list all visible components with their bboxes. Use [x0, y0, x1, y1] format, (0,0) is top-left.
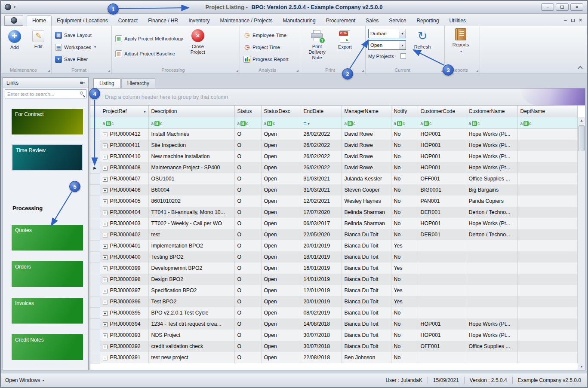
dialog-launcher-icon[interactable]: ◢: [236, 69, 238, 72]
pin-icon[interactable]: [80, 80, 85, 85]
maximize-button[interactable]: [556, 3, 569, 11]
ribbon-tab-equipment-locations[interactable]: Equipment / Locations: [52, 16, 113, 26]
ribbon-tab-service[interactable]: Service: [384, 16, 411, 26]
project-row-prj0000399[interactable]: +PRJ0000399Developmemnt BPO2OOpen16/01/2…: [90, 263, 578, 274]
dialog-launcher-icon[interactable]: ◢: [476, 69, 478, 72]
scrollbar-thumb[interactable]: [579, 125, 585, 151]
reports-button[interactable]: Reports ▾: [446, 27, 476, 54]
progress-report-button[interactable]: Progress Report: [242, 54, 298, 64]
project-time-button[interactable]: ◷ Project Time: [242, 42, 298, 52]
project-row-prj0000397[interactable]: +PRJ0000397Specification BPO2OOpen12/01/…: [90, 285, 578, 296]
export-button[interactable]: XLSH► Export: [334, 27, 356, 61]
save-layout-button[interactable]: ▦ Save Layout: [53, 30, 110, 40]
filter-cell-enddate[interactable]: =▾: [301, 117, 342, 128]
refresh-button[interactable]: ↻ Refresh: [410, 29, 434, 59]
minimize-button[interactable]: –: [541, 3, 554, 11]
edit-button[interactable]: ✎ Edit: [27, 27, 51, 50]
project-row-prj0000404[interactable]: +PRJ0000404TT041 - Bi-annually, Mono 10.…: [90, 207, 578, 218]
save-filter-button[interactable]: ▼ Save Filter: [53, 54, 110, 64]
vertical-scrollbar[interactable]: ▲ ▼: [578, 117, 585, 370]
column-header-notify[interactable]: Notify: [391, 106, 418, 117]
project-row-prj0000406[interactable]: +PRJ0000406B60004OOpen31/03/2021Steven C…: [90, 184, 578, 196]
site-combobox[interactable]: Durban ▾: [368, 29, 406, 38]
sidebar-item-invoices[interactable]: Invoices: [12, 298, 83, 324]
column-header-enddate[interactable]: EndDate: [301, 106, 342, 117]
row-expander-icon[interactable]: +: [103, 233, 108, 238]
column-header-customercode[interactable]: CustomerCode: [418, 106, 466, 117]
row-expander-icon[interactable]: +: [103, 244, 108, 249]
workspaces-button[interactable]: ▤ Workspaces ▾: [53, 42, 110, 52]
project-row-prj0000412[interactable]: +PRJ0000412Install MachinesOOpen26/02/20…: [90, 128, 578, 140]
filter-cell-statusdesc[interactable]: aBc: [261, 117, 301, 128]
row-expander-icon[interactable]: +: [103, 211, 108, 215]
row-expander-icon[interactable]: +: [103, 132, 108, 137]
row-expander-icon[interactable]: +: [103, 177, 108, 182]
row-expander-icon[interactable]: +: [103, 166, 108, 171]
group-by-panel[interactable]: Drag a column header here to group by th…: [90, 89, 585, 106]
ribbon-tab-inventory[interactable]: Inventory: [183, 16, 215, 26]
quick-access-dropdown-icon[interactable]: ▾: [14, 5, 15, 9]
status-combobox-dropdown-icon[interactable]: ▾: [399, 41, 406, 49]
my-projects-checkbox[interactable]: [400, 53, 406, 59]
project-row-prj0000392[interactable]: +PRJ0000392credit validation checkOOpen3…: [90, 341, 578, 352]
sidebar-item-credit-notes[interactable]: Credit Notes: [12, 334, 83, 360]
ribbon-tab-maintenance-projects[interactable]: Maintenance / Projects: [215, 16, 278, 26]
file-menu-button[interactable]: [4, 15, 23, 26]
project-row-prj0000398[interactable]: +PRJ0000398Design BPO2OOpen14/01/2019Bia…: [90, 274, 578, 285]
row-expander-icon[interactable]: +: [103, 311, 108, 316]
row-expander-icon[interactable]: +: [103, 255, 108, 260]
dialog-launcher-icon[interactable]: ◢: [108, 69, 110, 72]
row-expander-icon[interactable]: +: [103, 300, 108, 305]
status-combobox[interactable]: Open ▾: [368, 40, 406, 50]
mdi-minimize-button[interactable]: –: [564, 17, 567, 23]
ribbon-tab-home[interactable]: Home: [27, 15, 52, 26]
filter-cell-managername[interactable]: aBc: [342, 117, 391, 128]
project-row-prj0000394[interactable]: +PRJ00003941234 - Test ctrt request crea…: [90, 318, 578, 330]
row-expander-icon[interactable]: +: [103, 222, 108, 226]
sidebar-item-for-contract[interactable]: For Contract: [12, 109, 83, 134]
filter-cell-projectref[interactable]: aBc: [100, 117, 148, 128]
project-row-prj0000410[interactable]: +PRJ0000410New machine installationOOpen…: [90, 151, 578, 162]
sidebar-item-quotes[interactable]: Quotes: [12, 225, 83, 251]
sidebar-item-orders[interactable]: Orders: [12, 261, 83, 287]
row-expander-icon[interactable]: +: [103, 188, 108, 193]
project-row-prj0000395[interactable]: +PRJ0000395BPO v2.2.0.1 Test CycleOOpen0…: [90, 307, 578, 318]
ribbon-tab-utilities[interactable]: Utilities: [444, 16, 471, 26]
search-input[interactable]: [5, 89, 86, 98]
row-expander-icon[interactable]: +: [103, 266, 108, 271]
dialog-launcher-icon[interactable]: ◢: [296, 69, 299, 72]
filter-cell-customercode[interactable]: aBc: [418, 117, 466, 128]
column-header-deptname[interactable]: DeptName: [517, 106, 578, 117]
column-header-statusdesc[interactable]: StatusDesc: [261, 106, 301, 117]
row-expander-icon[interactable]: +: [103, 199, 108, 204]
add-button[interactable]: + Add: [3, 27, 27, 50]
apply-project-methodology-button[interactable]: ▦ Apply Project Methodology: [114, 34, 186, 43]
filter-cell-deptname[interactable]: aBc: [517, 117, 578, 128]
ribbon-tab-procurement[interactable]: Procurement: [321, 16, 361, 26]
filter-cell-customername[interactable]: aBc: [466, 117, 517, 128]
row-expander-icon[interactable]: +: [103, 345, 108, 349]
ribbon-tab-finance-hr[interactable]: Finance / HR: [143, 16, 183, 26]
print-delivery-note-button[interactable]: ? Print Delivery Note: [304, 27, 330, 61]
adjust-project-baseline-button[interactable]: ▥ Adjust Project Baseline: [114, 49, 186, 58]
dialog-launcher-icon[interactable]: ◢: [48, 69, 50, 72]
app-icon[interactable]: [5, 4, 11, 10]
project-row-prj0000393[interactable]: +PRJ0000393NDS ProjectOOpen30/07/2018Bia…: [90, 330, 578, 341]
row-expander-icon[interactable]: +: [103, 356, 108, 361]
column-header-managername[interactable]: ManagerName: [342, 106, 391, 117]
column-header-projectref[interactable]: ProjectRef▼: [100, 106, 148, 117]
column-header-customername[interactable]: CustomerName: [466, 106, 517, 117]
tab-listing[interactable]: Listing: [93, 78, 120, 89]
tab-hierarchy[interactable]: Hierarchy: [121, 78, 155, 88]
ribbon-tab-manufacturing[interactable]: Manufacturing: [278, 16, 321, 26]
close-project-button[interactable]: × Close Project: [187, 27, 209, 58]
project-row-prj0000408[interactable]: ▶+PRJ0000408Maintenance Project - SP400O…: [90, 162, 578, 173]
project-row-prj0000407[interactable]: +PRJ0000407OSU1001OOpen31/03/2021Julanda…: [90, 173, 578, 184]
dialog-launcher-icon[interactable]: ◢: [362, 69, 364, 72]
filter-cell-description[interactable]: aBc: [148, 117, 234, 128]
row-expander-icon[interactable]: +: [103, 155, 108, 159]
site-combobox-dropdown-icon[interactable]: ▾: [399, 29, 406, 38]
project-row-prj0000391[interactable]: +PRJ0000391test new projectOOpen22/08/20…: [90, 352, 578, 363]
column-header-description[interactable]: Description: [148, 106, 234, 117]
open-windows-button[interactable]: Open Windows ▾: [1, 377, 44, 383]
